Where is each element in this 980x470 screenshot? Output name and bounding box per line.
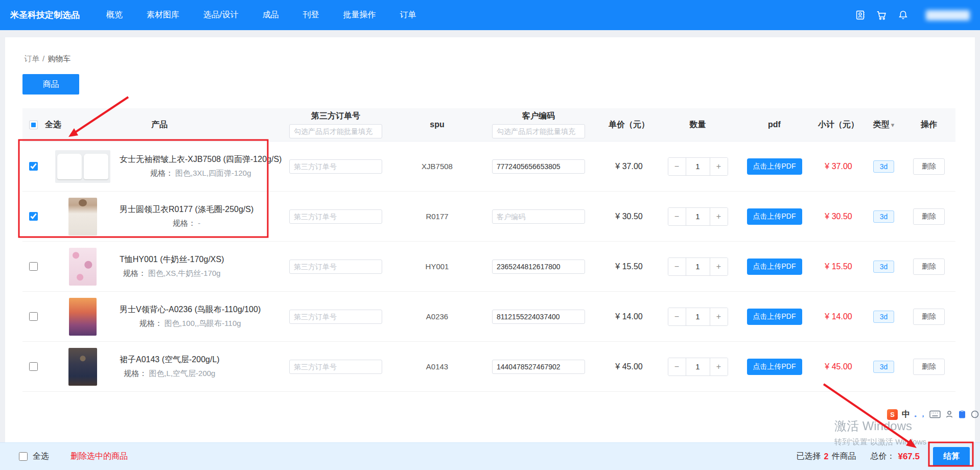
unit-price: ¥ 37.00 bbox=[599, 162, 659, 171]
qty-input[interactable] bbox=[686, 158, 710, 175]
upload-pdf-button[interactable]: 点击上传PDF bbox=[747, 258, 802, 275]
products-tab-button[interactable]: 商品 bbox=[22, 74, 79, 95]
contact-icon[interactable] bbox=[854, 10, 866, 21]
product-image[interactable] bbox=[69, 298, 97, 336]
nav-item-finished-products[interactable]: 成品 bbox=[262, 10, 278, 20]
upload-pdf-button[interactable]: 点击上传PDF bbox=[747, 208, 802, 225]
qty-decrease-button[interactable]: − bbox=[668, 158, 686, 175]
subtotal-value: ¥ 45.00 bbox=[812, 362, 865, 371]
spec-value: 图色,3XL,四面弹-120g bbox=[175, 169, 251, 177]
ime-user-icon[interactable] bbox=[945, 410, 954, 419]
batch-code-input[interactable] bbox=[492, 124, 585, 138]
spec-label: 规格： bbox=[150, 169, 173, 177]
nav-item-overview[interactable]: 概览 bbox=[106, 10, 123, 20]
nav-item-orders[interactable]: 订单 bbox=[400, 10, 416, 20]
qty-input[interactable] bbox=[686, 208, 710, 225]
product-info: 男士V领背心-A0236 (鸟眼布-110g/100) 规格： 图色,100,,… bbox=[120, 303, 261, 330]
col-unit-price: 单价（元） bbox=[609, 120, 649, 130]
third-party-order-input[interactable] bbox=[289, 360, 382, 374]
row-checkbox[interactable] bbox=[29, 212, 38, 221]
product-image[interactable] bbox=[55, 150, 110, 183]
col-customer-code: 客户编码 bbox=[522, 111, 555, 122]
spec-label: 规格： bbox=[124, 369, 147, 378]
subtotal-value: ¥ 15.50 bbox=[812, 262, 865, 271]
qty-input[interactable] bbox=[686, 358, 710, 375]
delete-button[interactable]: 删除 bbox=[913, 208, 945, 225]
type-3d-tag[interactable]: 3d bbox=[873, 311, 895, 323]
brand-logo[interactable]: 米圣科技定制选品 bbox=[10, 9, 80, 21]
product-image[interactable] bbox=[68, 198, 97, 236]
qty-increase-button[interactable]: + bbox=[710, 308, 728, 325]
ime-skin-icon[interactable] bbox=[970, 410, 979, 419]
third-party-order-input[interactable] bbox=[289, 209, 382, 224]
type-3d-tag[interactable]: 3d bbox=[873, 160, 895, 173]
type-3d-tag[interactable]: 3d bbox=[873, 261, 895, 273]
customer-code-input[interactable] bbox=[492, 360, 585, 374]
delete-button[interactable]: 删除 bbox=[913, 258, 945, 275]
cart-icon[interactable] bbox=[876, 10, 887, 21]
breadcrumb-orders[interactable]: 订单 bbox=[24, 54, 39, 63]
delete-selected-button[interactable]: 删除选中的商品 bbox=[71, 451, 128, 462]
spu-value: A0143 bbox=[396, 362, 478, 371]
product-image[interactable] bbox=[68, 348, 97, 386]
ime-punctuation-icon[interactable]: 。， bbox=[914, 410, 925, 419]
username-redacted[interactable] bbox=[926, 10, 970, 20]
delete-button[interactable]: 删除 bbox=[913, 359, 945, 375]
qty-decrease-button[interactable]: − bbox=[668, 308, 686, 325]
qty-increase-button[interactable]: + bbox=[710, 158, 728, 175]
qty-decrease-button[interactable]: − bbox=[668, 358, 686, 375]
unit-price: ¥ 45.00 bbox=[599, 362, 659, 371]
checkout-button[interactable]: 结算 bbox=[933, 447, 970, 466]
qty-input[interactable] bbox=[686, 258, 710, 275]
third-party-order-input[interactable] bbox=[289, 159, 382, 174]
nav-item-material-library[interactable]: 素材图库 bbox=[147, 10, 179, 20]
customer-code-input[interactable] bbox=[492, 159, 585, 174]
batch-order-input[interactable] bbox=[289, 124, 382, 138]
qty-increase-button[interactable]: + bbox=[710, 208, 728, 225]
qty-decrease-button[interactable]: − bbox=[668, 258, 686, 275]
col-quantity: 数量 bbox=[690, 120, 706, 130]
unit-price: ¥ 14.00 bbox=[599, 312, 659, 321]
table-row: 男士V领背心-A0236 (鸟眼布-110g/100) 规格： 图色,100,,… bbox=[22, 292, 955, 342]
third-party-order-input[interactable] bbox=[289, 310, 382, 324]
product-title: 裙子A0143 (空气层-200g/L) bbox=[120, 354, 220, 366]
spec-value: - bbox=[198, 219, 200, 227]
bell-icon[interactable] bbox=[897, 10, 908, 21]
product-image[interactable] bbox=[69, 248, 97, 286]
qty-increase-button[interactable]: + bbox=[710, 258, 728, 275]
ime-toolbar: S 中 。， bbox=[887, 408, 980, 420]
col-type: 类型 bbox=[873, 120, 890, 130]
qty-decrease-button[interactable]: − bbox=[668, 208, 686, 225]
selection-summary: 已选择 2 件商品 总价： ¥67.5 bbox=[797, 451, 920, 462]
nav-item-publish[interactable]: 刊登 bbox=[302, 10, 319, 20]
ime-clipboard-icon[interactable] bbox=[958, 410, 966, 419]
delete-button[interactable]: 删除 bbox=[913, 158, 945, 175]
customer-code-input[interactable] bbox=[492, 260, 585, 274]
upload-pdf-button[interactable]: 点击上传PDF bbox=[747, 158, 802, 175]
row-checkbox[interactable] bbox=[29, 312, 38, 321]
col-spu: spu bbox=[430, 120, 444, 129]
row-checkbox[interactable] bbox=[29, 362, 38, 371]
row-checkbox[interactable] bbox=[29, 262, 38, 271]
type-3d-tag[interactable]: 3d bbox=[873, 210, 895, 223]
customer-code-input[interactable] bbox=[492, 209, 585, 224]
nav-item-batch-operations[interactable]: 批量操作 bbox=[343, 10, 376, 20]
col-product: 产品 bbox=[151, 120, 168, 130]
type-filter-caret-icon[interactable]: ▾ bbox=[891, 121, 895, 129]
select-all-checkbox[interactable] bbox=[29, 121, 38, 129]
qty-increase-button[interactable]: + bbox=[710, 358, 728, 375]
upload-pdf-button[interactable]: 点击上传PDF bbox=[747, 359, 802, 375]
delete-button[interactable]: 删除 bbox=[913, 309, 945, 325]
ime-keyboard-icon[interactable] bbox=[929, 410, 941, 418]
qty-input[interactable] bbox=[686, 308, 710, 325]
nav-item-selection-design[interactable]: 选品/设计 bbox=[203, 10, 238, 20]
row-checkbox[interactable] bbox=[29, 162, 38, 171]
footer-select-all-checkbox[interactable] bbox=[19, 452, 28, 461]
third-party-order-input[interactable] bbox=[289, 260, 382, 274]
customer-code-input[interactable] bbox=[492, 310, 585, 324]
quantity-stepper: − + bbox=[668, 308, 728, 326]
ime-chinese-mode-indicator[interactable]: 中 bbox=[902, 409, 910, 420]
ime-logo-icon[interactable]: S bbox=[887, 409, 898, 420]
type-3d-tag[interactable]: 3d bbox=[873, 361, 895, 373]
upload-pdf-button[interactable]: 点击上传PDF bbox=[747, 309, 802, 325]
